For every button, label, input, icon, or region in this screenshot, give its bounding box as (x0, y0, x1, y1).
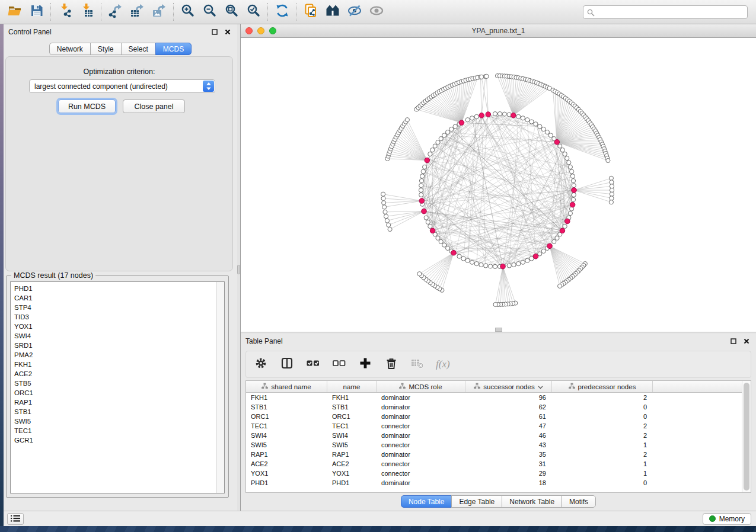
graph-node[interactable] (479, 262, 483, 267)
graph-leaf-node[interactable] (610, 184, 614, 188)
graph-mcds-node[interactable] (425, 158, 430, 163)
tab-node-table[interactable]: Node Table (401, 495, 452, 508)
graph-node[interactable] (541, 127, 546, 132)
graph-leaf-node[interactable] (382, 205, 387, 209)
graph-mcds-node[interactable] (565, 219, 570, 224)
mcds-result-item[interactable]: ACE2 (14, 369, 216, 379)
graph-leaf-node[interactable] (385, 219, 389, 223)
mcds-result-item[interactable]: SWI4 (14, 331, 216, 341)
graph-leaf-node[interactable] (493, 302, 497, 306)
graph-leaf-node[interactable] (417, 272, 422, 276)
zoom-out-button[interactable] (199, 2, 221, 22)
graph-node[interactable] (560, 148, 564, 152)
first-neighbors-button[interactable] (321, 2, 343, 22)
graph-node[interactable] (461, 257, 465, 261)
mcds-result-item[interactable]: FKH1 (14, 360, 216, 369)
graph-node[interactable] (548, 133, 553, 137)
graph-mcds-node[interactable] (554, 140, 560, 145)
graph-node[interactable] (446, 130, 450, 134)
graph-node[interactable] (465, 258, 470, 262)
graph-mcds-node[interactable] (479, 113, 484, 118)
close-panel-icon[interactable] (223, 27, 232, 37)
table-scrollbar-thumb[interactable] (744, 383, 749, 491)
run-mcds-button[interactable]: Run MCDS (58, 100, 116, 113)
graph-leaf-node[interactable] (383, 210, 387, 214)
mcds-result-item[interactable]: STB5 (14, 379, 216, 388)
zoom-selected-button[interactable] (243, 2, 264, 22)
graph-node[interactable] (436, 140, 440, 145)
graph-leaf-node[interactable] (387, 223, 391, 227)
graph-node[interactable] (570, 174, 575, 178)
graph-node[interactable] (453, 124, 457, 129)
graph-node[interactable] (567, 161, 571, 165)
graph-leaf-node[interactable] (606, 158, 610, 162)
graph-node[interactable] (570, 169, 574, 174)
mcds-result-item[interactable]: GCR1 (14, 435, 216, 445)
mcds-result-item[interactable]: STB1 (14, 407, 216, 416)
network-graph[interactable] (241, 38, 756, 332)
mcds-list-scrollbar[interactable] (216, 282, 224, 493)
graph-leaf-node[interactable] (384, 214, 388, 219)
graph-leaf-node[interactable] (610, 180, 614, 184)
graph-node[interactable] (565, 156, 569, 161)
graph-node[interactable] (446, 246, 450, 250)
graph-node[interactable] (563, 152, 567, 156)
float-panel-icon[interactable] (210, 27, 219, 37)
graph-node[interactable] (424, 216, 428, 220)
graph-leaf-node[interactable] (484, 74, 489, 78)
export-table-button[interactable] (126, 2, 148, 22)
graph-leaf-node[interactable] (388, 227, 392, 231)
select-all-button[interactable] (305, 357, 321, 372)
search-input[interactable] (583, 5, 748, 19)
graph-node[interactable] (419, 179, 423, 183)
graph-node[interactable] (442, 243, 446, 247)
column-header-MCDS-role[interactable]: MCDS role (377, 381, 465, 392)
graph-leaf-node[interactable] (610, 192, 614, 196)
mcds-result-item[interactable]: TID3 (14, 312, 216, 322)
graph-mcds-node[interactable] (451, 250, 457, 255)
table-row[interactable]: STB1STB1dominator620 (246, 402, 742, 412)
graph-node[interactable] (426, 220, 430, 224)
graph-node[interactable] (563, 224, 567, 228)
mcds-result-item[interactable]: PMA2 (14, 350, 216, 360)
import-network-button[interactable] (54, 2, 76, 22)
graph-node[interactable] (538, 124, 542, 129)
network-canvas[interactable] (241, 38, 756, 332)
graph-leaf-node[interactable] (382, 201, 386, 205)
graph-node[interactable] (442, 133, 446, 137)
graph-mcds-node[interactable] (500, 264, 506, 269)
network-from-selection-button[interactable] (299, 2, 321, 22)
table-row[interactable]: SWI4SWI4dominator462 (246, 431, 742, 440)
graph-node[interactable] (470, 260, 474, 264)
refresh-button[interactable] (271, 2, 293, 22)
graph-node[interactable] (419, 193, 423, 197)
mcds-result-item[interactable]: CAR1 (14, 293, 216, 303)
graph-node[interactable] (419, 188, 423, 192)
deselect-all-button[interactable] (331, 357, 347, 372)
graph-node[interactable] (428, 152, 432, 156)
tab-network-table[interactable]: Network Table (502, 495, 562, 508)
graph-leaf-node[interactable] (609, 200, 613, 204)
mcds-result-item[interactable]: TEC1 (14, 426, 216, 435)
mcds-result-item[interactable]: STP4 (14, 303, 216, 312)
graph-node[interactable] (512, 262, 516, 267)
table-row[interactable]: FKH1FKH1dominator962 (246, 393, 742, 402)
add-row-button[interactable] (358, 357, 373, 372)
table-row[interactable]: PHD1PHD1dominator180 (246, 478, 742, 488)
graph-node[interactable] (534, 122, 538, 126)
export-image-button[interactable] (148, 2, 170, 22)
mcds-result-item[interactable]: RAP1 (14, 398, 216, 407)
graph-node[interactable] (572, 184, 576, 188)
float-table-panel-icon[interactable] (729, 336, 738, 346)
graph-node[interactable] (572, 193, 576, 197)
graph-leaf-node[interactable] (558, 284, 562, 288)
graph-node[interactable] (489, 264, 493, 268)
graph-node[interactable] (457, 254, 461, 258)
graph-node[interactable] (502, 112, 506, 116)
table-scrollbar[interactable] (742, 381, 751, 492)
graph-leaf-node[interactable] (610, 188, 614, 192)
close-panel-button[interactable]: Close panel (123, 100, 185, 113)
graph-node[interactable] (568, 165, 572, 169)
graph-leaf-node[interactable] (609, 176, 613, 180)
graph-node[interactable] (558, 144, 562, 148)
